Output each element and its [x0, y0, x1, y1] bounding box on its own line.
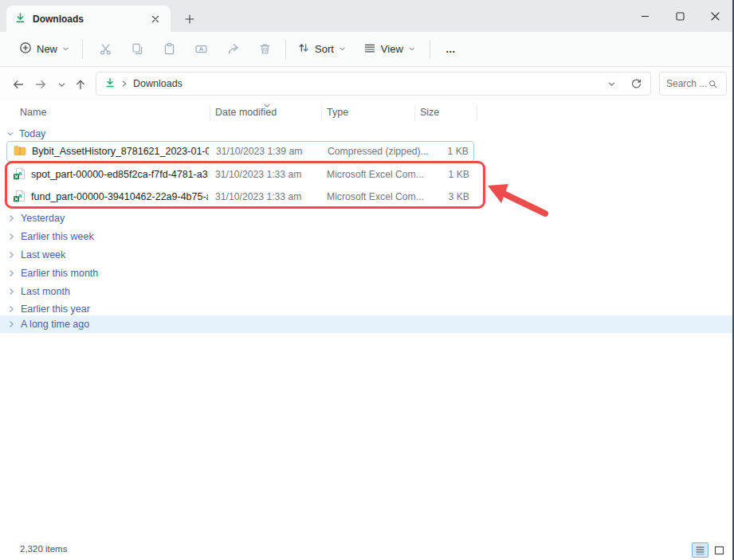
rename-icon	[194, 42, 208, 56]
group-header-earlier-this-week[interactable]: Earlier this week	[0, 228, 732, 245]
cut-button[interactable]	[89, 37, 121, 62]
file-type: Compressed (zipped)...	[328, 142, 429, 161]
see-more-button[interactable]: …	[435, 37, 467, 62]
share-icon	[226, 42, 240, 56]
file-type: Microsoft Excel Com...	[327, 186, 424, 207]
minimize-icon[interactable]	[627, 0, 662, 32]
file-name-cell: a spot_part-00000-ed85f2ca-f7fd-4781-a3e…	[13, 164, 208, 185]
more-icon: …	[446, 44, 457, 55]
file-row-fund-csv[interactable]: a fund_part-00000-39410462-22a9-4b75-afb…	[6, 186, 474, 207]
sort-button-label: Sort	[315, 43, 334, 55]
file-row-bybit-zip[interactable]: Bybit_AssetHistory_8781621_2023-01-01_20…	[6, 141, 474, 162]
delete-icon	[258, 42, 272, 56]
view-button[interactable]: View	[357, 37, 422, 61]
group-header-last-month[interactable]: Last month	[0, 283, 732, 300]
file-name-cell: Bybit_AssetHistory_8781621_2023-01-01_20…	[14, 142, 209, 161]
column-header-type[interactable]: Type	[327, 107, 348, 118]
command-bar: New Sort View …	[0, 32, 734, 67]
view-icon	[363, 41, 376, 57]
navigation-bar: Downloads	[0, 68, 734, 100]
file-list-area: Name Date modified Type Size Today Bybit…	[0, 100, 732, 541]
file-date: 31/10/2023 1:33 am	[215, 164, 301, 185]
chevron-right-icon	[8, 233, 15, 241]
explorer-tab[interactable]: Downloads	[6, 6, 171, 32]
forward-icon	[34, 78, 47, 91]
up-icon	[74, 78, 87, 91]
back-button[interactable]	[8, 74, 29, 95]
group-label: Today	[19, 128, 45, 139]
delete-button[interactable]	[249, 37, 281, 62]
chevron-down-icon	[607, 80, 616, 88]
column-header-date-modified[interactable]: Date modified	[215, 107, 277, 118]
chevron-down-icon	[6, 130, 14, 138]
search-icon	[708, 79, 718, 89]
zip-folder-icon	[14, 145, 26, 159]
recent-locations-button[interactable]	[51, 74, 72, 95]
large-icons-view-toggle[interactable]	[711, 542, 728, 558]
view-toggles	[692, 542, 728, 558]
paste-icon	[163, 42, 176, 56]
file-name-cell: a fund_part-00000-39410462-22a9-4b75-afb…	[13, 186, 208, 207]
chevron-down-icon	[408, 45, 415, 53]
new-circle-plus-icon	[19, 41, 32, 57]
maximize-icon[interactable]	[662, 0, 697, 32]
group-label: Earlier this year	[21, 303, 90, 315]
breadcrumb-location[interactable]: Downloads	[133, 78, 183, 89]
column-headers: Name Date modified Type Size	[0, 105, 732, 121]
group-header-today[interactable]: Today	[6, 126, 45, 142]
titlebar: Downloads	[0, 0, 734, 32]
column-header-size[interactable]: Size	[420, 107, 439, 118]
address-bar[interactable]: Downloads	[96, 72, 651, 96]
chevron-right-icon	[8, 269, 15, 277]
address-dropdown-button[interactable]	[602, 74, 621, 93]
chevron-right-icon	[8, 288, 15, 296]
column-divider[interactable]	[321, 105, 322, 121]
status-bar: 2,320 items	[0, 541, 732, 560]
divider	[82, 40, 83, 59]
column-header-name[interactable]: Name	[20, 107, 46, 118]
file-row-spot-csv[interactable]: a spot_part-00000-ed85f2ca-f7fd-4781-a3e…	[6, 164, 474, 185]
up-button[interactable]	[70, 74, 91, 95]
divider	[285, 40, 286, 59]
new-tab-button[interactable]	[180, 10, 199, 29]
details-view-toggle[interactable]	[692, 542, 708, 558]
excel-csv-icon: a	[13, 167, 26, 182]
file-size: 1 KB	[418, 142, 469, 161]
share-button[interactable]	[217, 37, 249, 62]
group-label: A long time ago	[21, 319, 89, 330]
search-input[interactable]	[666, 78, 708, 89]
chevron-right-icon	[8, 320, 15, 328]
new-button[interactable]: New	[13, 37, 76, 61]
file-date: 31/10/2023 1:33 am	[215, 186, 301, 207]
column-divider[interactable]	[210, 105, 210, 121]
refresh-button[interactable]	[626, 74, 646, 93]
group-header-last-week[interactable]: Last week	[0, 246, 732, 264]
rename-button[interactable]	[185, 37, 217, 62]
group-header-a-long-time-ago[interactable]: A long time ago	[0, 315, 732, 333]
file-name: fund_part-00000-39410462-22a9-4b75-afb1-…	[31, 191, 208, 202]
group-label: Earlier this week	[21, 231, 94, 242]
copy-button[interactable]	[121, 37, 153, 62]
search-box[interactable]	[659, 72, 727, 96]
close-icon[interactable]	[697, 0, 732, 32]
forward-button[interactable]	[30, 74, 51, 95]
file-size: 1 KB	[418, 164, 469, 185]
group-label: Last month	[21, 286, 70, 297]
group-header-earlier-this-month[interactable]: Earlier this month	[0, 264, 732, 282]
download-icon	[104, 77, 116, 91]
excel-csv-icon: a	[13, 190, 26, 205]
divider	[430, 40, 430, 59]
file-name: Bybit_AssetHistory_8781621_2023-01-01_20…	[32, 146, 209, 157]
window-controls	[627, 0, 732, 32]
file-date: 31/10/2023 1:39 am	[216, 142, 302, 161]
group-label: Last week	[21, 249, 65, 260]
column-divider[interactable]	[414, 105, 415, 121]
file-size: 3 KB	[418, 186, 469, 207]
group-header-yesterday[interactable]: Yesterday	[0, 210, 732, 227]
column-divider[interactable]	[477, 105, 477, 121]
paste-button[interactable]	[153, 37, 185, 62]
sort-button[interactable]: Sort	[291, 37, 352, 61]
tab-close-icon[interactable]	[148, 12, 163, 26]
tab-title: Downloads	[33, 14, 142, 25]
back-icon	[12, 78, 25, 91]
